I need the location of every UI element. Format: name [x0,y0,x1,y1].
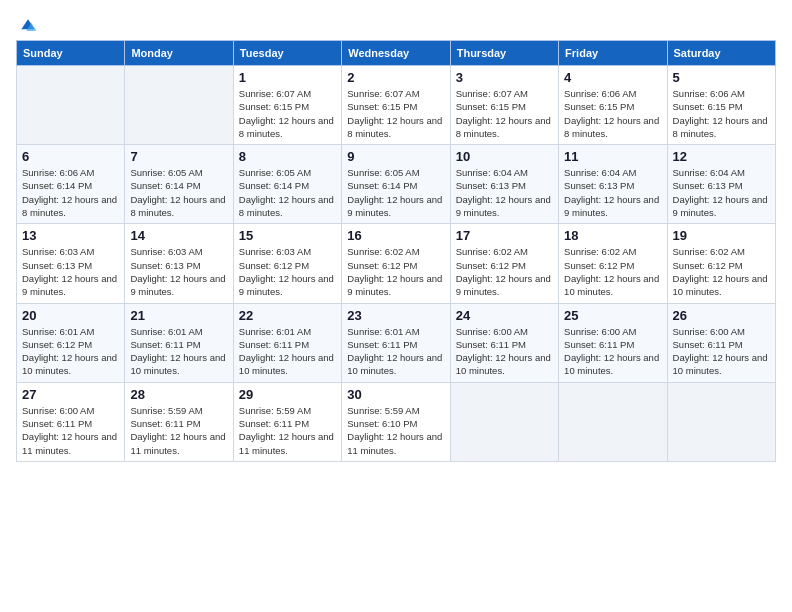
calendar-cell: 30Sunrise: 5:59 AM Sunset: 6:10 PM Dayli… [342,382,450,461]
day-info: Sunrise: 6:00 AM Sunset: 6:11 PM Dayligh… [564,325,661,378]
day-number: 5 [673,70,770,85]
logo [16,16,38,36]
day-number: 17 [456,228,553,243]
day-info: Sunrise: 6:07 AM Sunset: 6:15 PM Dayligh… [239,87,336,140]
day-number: 7 [130,149,227,164]
calendar-table: SundayMondayTuesdayWednesdayThursdayFrid… [16,40,776,462]
calendar-cell: 15Sunrise: 6:03 AM Sunset: 6:12 PM Dayli… [233,224,341,303]
day-number: 22 [239,308,336,323]
calendar-cell: 22Sunrise: 6:01 AM Sunset: 6:11 PM Dayli… [233,303,341,382]
calendar-cell: 16Sunrise: 6:02 AM Sunset: 6:12 PM Dayli… [342,224,450,303]
calendar-cell [559,382,667,461]
calendar-cell: 27Sunrise: 6:00 AM Sunset: 6:11 PM Dayli… [17,382,125,461]
day-info: Sunrise: 6:06 AM Sunset: 6:14 PM Dayligh… [22,166,119,219]
day-number: 14 [130,228,227,243]
calendar-cell: 28Sunrise: 5:59 AM Sunset: 6:11 PM Dayli… [125,382,233,461]
day-info: Sunrise: 5:59 AM Sunset: 6:11 PM Dayligh… [130,404,227,457]
calendar-week-row: 20Sunrise: 6:01 AM Sunset: 6:12 PM Dayli… [17,303,776,382]
weekday-header-row: SundayMondayTuesdayWednesdayThursdayFrid… [17,41,776,66]
calendar-week-row: 27Sunrise: 6:00 AM Sunset: 6:11 PM Dayli… [17,382,776,461]
calendar-cell: 23Sunrise: 6:01 AM Sunset: 6:11 PM Dayli… [342,303,450,382]
day-info: Sunrise: 6:02 AM Sunset: 6:12 PM Dayligh… [564,245,661,298]
calendar-cell [125,66,233,145]
day-info: Sunrise: 6:04 AM Sunset: 6:13 PM Dayligh… [673,166,770,219]
calendar-cell: 29Sunrise: 5:59 AM Sunset: 6:11 PM Dayli… [233,382,341,461]
day-number: 21 [130,308,227,323]
day-number: 29 [239,387,336,402]
calendar-cell: 11Sunrise: 6:04 AM Sunset: 6:13 PM Dayli… [559,145,667,224]
calendar-cell: 18Sunrise: 6:02 AM Sunset: 6:12 PM Dayli… [559,224,667,303]
calendar-cell: 19Sunrise: 6:02 AM Sunset: 6:12 PM Dayli… [667,224,775,303]
calendar-cell: 8Sunrise: 6:05 AM Sunset: 6:14 PM Daylig… [233,145,341,224]
day-info: Sunrise: 6:03 AM Sunset: 6:13 PM Dayligh… [130,245,227,298]
logo-icon [18,16,38,36]
weekday-header: Friday [559,41,667,66]
day-info: Sunrise: 6:00 AM Sunset: 6:11 PM Dayligh… [22,404,119,457]
day-info: Sunrise: 6:05 AM Sunset: 6:14 PM Dayligh… [347,166,444,219]
day-number: 12 [673,149,770,164]
day-number: 9 [347,149,444,164]
day-info: Sunrise: 6:04 AM Sunset: 6:13 PM Dayligh… [564,166,661,219]
day-info: Sunrise: 6:00 AM Sunset: 6:11 PM Dayligh… [673,325,770,378]
calendar-cell: 4Sunrise: 6:06 AM Sunset: 6:15 PM Daylig… [559,66,667,145]
calendar-cell: 6Sunrise: 6:06 AM Sunset: 6:14 PM Daylig… [17,145,125,224]
calendar-cell [450,382,558,461]
day-info: Sunrise: 6:02 AM Sunset: 6:12 PM Dayligh… [347,245,444,298]
day-number: 8 [239,149,336,164]
calendar-cell [17,66,125,145]
day-number: 15 [239,228,336,243]
day-number: 13 [22,228,119,243]
weekday-header: Monday [125,41,233,66]
day-info: Sunrise: 6:05 AM Sunset: 6:14 PM Dayligh… [239,166,336,219]
page-header [16,16,776,36]
day-info: Sunrise: 5:59 AM Sunset: 6:10 PM Dayligh… [347,404,444,457]
day-number: 3 [456,70,553,85]
day-info: Sunrise: 6:06 AM Sunset: 6:15 PM Dayligh… [564,87,661,140]
day-number: 4 [564,70,661,85]
calendar-cell [667,382,775,461]
calendar-cell: 12Sunrise: 6:04 AM Sunset: 6:13 PM Dayli… [667,145,775,224]
day-number: 16 [347,228,444,243]
day-number: 23 [347,308,444,323]
day-number: 19 [673,228,770,243]
calendar-week-row: 1Sunrise: 6:07 AM Sunset: 6:15 PM Daylig… [17,66,776,145]
calendar-week-row: 13Sunrise: 6:03 AM Sunset: 6:13 PM Dayli… [17,224,776,303]
weekday-header: Tuesday [233,41,341,66]
day-info: Sunrise: 6:03 AM Sunset: 6:13 PM Dayligh… [22,245,119,298]
weekday-header: Saturday [667,41,775,66]
calendar-cell: 25Sunrise: 6:00 AM Sunset: 6:11 PM Dayli… [559,303,667,382]
calendar-cell: 14Sunrise: 6:03 AM Sunset: 6:13 PM Dayli… [125,224,233,303]
day-number: 1 [239,70,336,85]
day-info: Sunrise: 6:01 AM Sunset: 6:12 PM Dayligh… [22,325,119,378]
calendar-cell: 24Sunrise: 6:00 AM Sunset: 6:11 PM Dayli… [450,303,558,382]
day-info: Sunrise: 6:00 AM Sunset: 6:11 PM Dayligh… [456,325,553,378]
calendar-cell: 17Sunrise: 6:02 AM Sunset: 6:12 PM Dayli… [450,224,558,303]
day-number: 18 [564,228,661,243]
weekday-header: Wednesday [342,41,450,66]
calendar-cell: 21Sunrise: 6:01 AM Sunset: 6:11 PM Dayli… [125,303,233,382]
day-number: 25 [564,308,661,323]
calendar-cell: 2Sunrise: 6:07 AM Sunset: 6:15 PM Daylig… [342,66,450,145]
calendar-cell: 13Sunrise: 6:03 AM Sunset: 6:13 PM Dayli… [17,224,125,303]
day-number: 6 [22,149,119,164]
day-info: Sunrise: 6:06 AM Sunset: 6:15 PM Dayligh… [673,87,770,140]
calendar-cell: 26Sunrise: 6:00 AM Sunset: 6:11 PM Dayli… [667,303,775,382]
day-info: Sunrise: 6:04 AM Sunset: 6:13 PM Dayligh… [456,166,553,219]
calendar-week-row: 6Sunrise: 6:06 AM Sunset: 6:14 PM Daylig… [17,145,776,224]
day-info: Sunrise: 6:01 AM Sunset: 6:11 PM Dayligh… [347,325,444,378]
day-info: Sunrise: 6:02 AM Sunset: 6:12 PM Dayligh… [673,245,770,298]
day-info: Sunrise: 5:59 AM Sunset: 6:11 PM Dayligh… [239,404,336,457]
day-info: Sunrise: 6:03 AM Sunset: 6:12 PM Dayligh… [239,245,336,298]
day-number: 24 [456,308,553,323]
day-number: 26 [673,308,770,323]
day-info: Sunrise: 6:07 AM Sunset: 6:15 PM Dayligh… [347,87,444,140]
calendar-cell: 10Sunrise: 6:04 AM Sunset: 6:13 PM Dayli… [450,145,558,224]
day-info: Sunrise: 6:01 AM Sunset: 6:11 PM Dayligh… [239,325,336,378]
weekday-header: Thursday [450,41,558,66]
calendar-cell: 3Sunrise: 6:07 AM Sunset: 6:15 PM Daylig… [450,66,558,145]
calendar-cell: 1Sunrise: 6:07 AM Sunset: 6:15 PM Daylig… [233,66,341,145]
day-number: 11 [564,149,661,164]
day-info: Sunrise: 6:07 AM Sunset: 6:15 PM Dayligh… [456,87,553,140]
day-info: Sunrise: 6:05 AM Sunset: 6:14 PM Dayligh… [130,166,227,219]
day-number: 20 [22,308,119,323]
